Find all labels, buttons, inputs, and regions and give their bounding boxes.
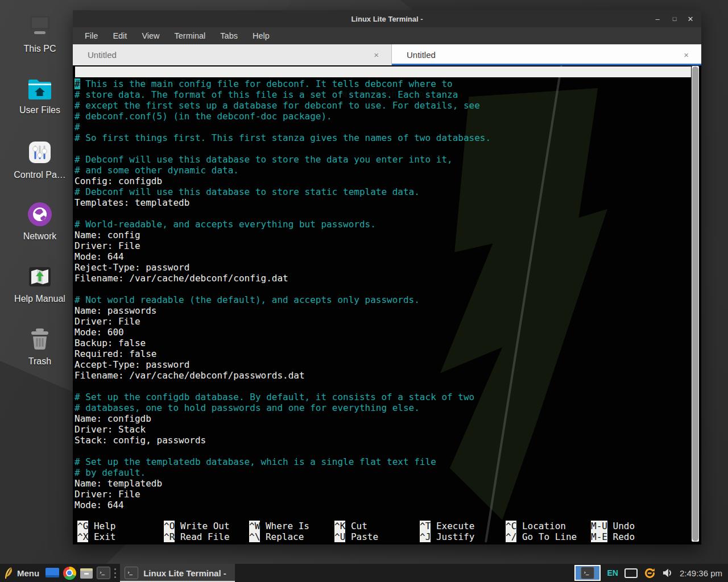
nano-shortcut: ^G Help <box>77 521 115 531</box>
shortcut-key: ^X <box>77 531 88 542</box>
volume-icon[interactable] <box>662 568 673 578</box>
file-manager-icon[interactable] <box>78 564 95 582</box>
keyboard-layout-indicator[interactable]: EN <box>607 568 618 577</box>
terminal-launcher-icon[interactable] <box>95 564 112 582</box>
shortcut-label: Replace <box>266 531 304 542</box>
menu-tabs[interactable]: Tabs <box>213 31 245 40</box>
shortcut-label: Justify <box>436 531 474 542</box>
close-button[interactable]: ✕ <box>683 10 698 27</box>
shortcut-key: M-U <box>591 521 607 531</box>
task-button-label: Linux Lite Terminal - <box>143 568 226 578</box>
terminal-line: # except the first sets up a database fo… <box>75 100 491 111</box>
this-pc-icon <box>25 14 55 40</box>
separator-handle[interactable] <box>112 564 118 582</box>
shortcut-key: ^\ <box>249 531 260 542</box>
shortcut-label: Undo <box>613 521 635 531</box>
terminal-line: Name: templatedb <box>75 478 491 489</box>
menu-help[interactable]: Help <box>245 31 277 40</box>
maximize-button[interactable]: □ <box>667 10 682 27</box>
tab-untitled-2[interactable]: Untitled × <box>392 44 701 65</box>
shortcut-key: ^J <box>420 531 431 542</box>
menu-view[interactable]: View <box>134 31 167 40</box>
nano-shortcut: ^\ Replace <box>249 531 304 542</box>
terminal-line: # Debconf will use this database to stor… <box>75 186 491 197</box>
terminal-line <box>75 284 491 294</box>
terminal-line: Mode: 644 <box>75 251 491 262</box>
terminal-line: Filename: /var/cache/debconf/config.dat <box>75 273 491 284</box>
tab-untitled-1[interactable]: Untitled × <box>73 44 392 65</box>
nano-shortcuts: ^G Help^X Exit^O Write Out^R Read File^W… <box>75 521 690 542</box>
desktop-icon-this-pc[interactable]: This PC <box>6 14 74 72</box>
desktop-icon-label: Network <box>23 231 57 242</box>
network-globe-icon <box>27 201 53 227</box>
nano-shortcut: ^W Where Is <box>249 521 309 531</box>
chrome-icon[interactable] <box>61 564 78 582</box>
titlebar[interactable]: Linux Lite Terminal - – □ ✕ <box>73 10 701 27</box>
task-button-terminal[interactable]: Linux Lite Terminal - <box>120 564 235 582</box>
terminal-line: Filename: /var/cache/debconf/passwords.d… <box>75 370 491 381</box>
trash-icon <box>27 326 53 352</box>
control-panel-icon <box>26 139 53 166</box>
shortcut-label: Help <box>94 521 116 531</box>
menu-edit[interactable]: Edit <box>105 31 134 40</box>
terminal-line: # databases, one to hold passwords and o… <box>75 402 491 413</box>
desktop-icon-help-manual[interactable]: Help Manual <box>6 264 74 322</box>
desktop-icon-network[interactable]: Network <box>6 201 74 259</box>
tab-close-icon[interactable]: × <box>684 50 689 60</box>
terminal-line: Driver: File <box>75 240 491 251</box>
nano-shortcut: M-E Redo <box>591 531 635 542</box>
tab-bar: Untitled × Untitled × <box>73 44 701 65</box>
scrollbar[interactable] <box>692 66 699 542</box>
minimize-button[interactable]: – <box>650 10 665 27</box>
terminal-line: Required: false <box>75 348 491 359</box>
display-icon[interactable] <box>624 568 638 578</box>
nano-shortcut: ^X Exit <box>77 531 115 542</box>
nano-shortcut: ^O Write Out <box>164 521 230 531</box>
linux-lite-feather-icon <box>3 567 13 580</box>
desktop-icon-trash[interactable]: Trash <box>6 326 74 384</box>
help-manual-icon <box>26 264 53 290</box>
terminal-line <box>75 446 491 456</box>
menu-file[interactable]: File <box>77 31 105 40</box>
terminal-line: Mode: 644 <box>75 500 491 510</box>
clock[interactable]: 2:49:36 pm <box>680 568 722 578</box>
desktop-icon-label: This PC <box>24 44 56 54</box>
terminal-line: # by default. <box>75 467 491 478</box>
terminal-content[interactable]: GNU nano 7.2 /etc/debconf.conf # This is… <box>73 65 701 544</box>
nano-header: GNU nano 7.2 /etc/debconf.conf <box>75 66 691 77</box>
terminal-line: # This is the main config file for debco… <box>75 78 491 89</box>
terminal-line: # World-readable, and accepts everything… <box>75 219 491 230</box>
desktop-pager-icon[interactable] <box>44 564 61 582</box>
shortcut-key: ^/ <box>506 531 516 542</box>
shortcut-label: Where Is <box>266 521 309 531</box>
shortcut-label: Cut <box>351 521 367 531</box>
desktop-icon-label: Trash <box>28 356 51 367</box>
terminal-line: Driver: File <box>75 316 491 327</box>
nano-shortcut: M-U Undo <box>591 521 635 531</box>
terminal-line: Accept-Type: password <box>75 359 491 370</box>
terminal-lines: # This is the main config file for debco… <box>75 78 491 510</box>
shortcut-label: Redo <box>613 531 635 542</box>
terminal-window: Linux Lite Terminal - – □ ✕ File Edit Vi… <box>73 10 701 544</box>
terminal-icon <box>125 567 138 579</box>
desktop-icon-control-panel[interactable]: Control Pa… <box>6 139 74 197</box>
nano-shortcut: ^U Paste <box>334 531 378 542</box>
terminal-line: Driver: Stack <box>75 424 491 435</box>
tray-terminal-window-icon[interactable] <box>574 565 601 581</box>
menu-terminal[interactable]: Terminal <box>167 31 213 40</box>
terminal-line: # So first things first. This first stan… <box>75 132 491 143</box>
nano-shortcut: ^/ Go To Line <box>506 531 577 542</box>
shortcut-key: ^K <box>334 521 345 531</box>
terminal-line: # Debconf will use this database to stor… <box>75 154 491 165</box>
shortcut-key: ^R <box>164 531 175 542</box>
terminal-line: Reject-Type: password <box>75 262 491 273</box>
terminal-line: # Set up the configdb database. By defau… <box>75 392 491 402</box>
scrollbar-thumb[interactable] <box>692 66 698 541</box>
terminal-line <box>75 381 491 392</box>
user-files-folder-icon <box>26 76 54 101</box>
tab-close-icon[interactable]: × <box>374 50 379 60</box>
updates-icon[interactable] <box>644 567 656 579</box>
menu-button[interactable]: Menu <box>0 564 44 582</box>
shortcut-key: ^C <box>506 521 516 531</box>
desktop-icon-user-files[interactable]: User Files <box>6 76 74 134</box>
